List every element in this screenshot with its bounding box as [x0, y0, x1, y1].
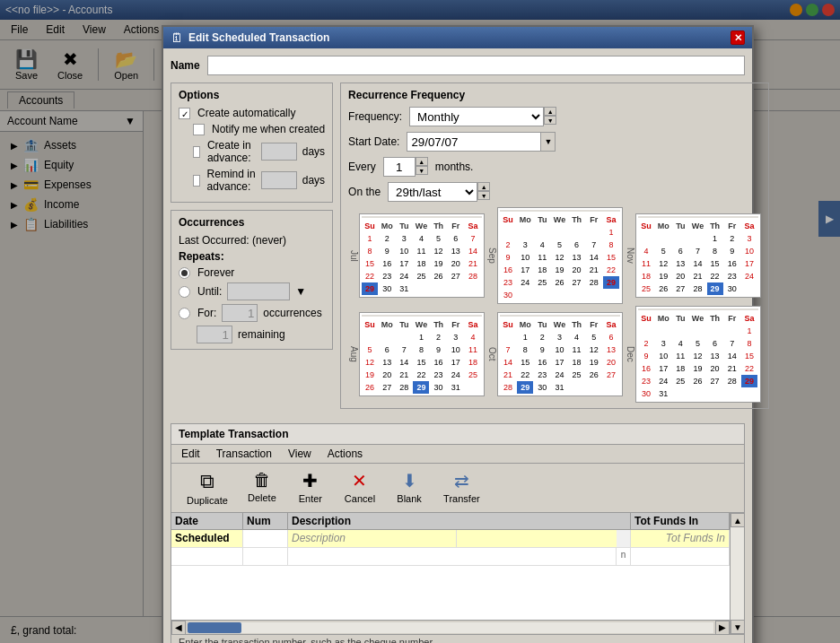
- cal-day[interactable]: 31: [448, 381, 464, 394]
- num-input[interactable]: [247, 532, 284, 545]
- create-auto-checkbox[interactable]: [179, 108, 190, 119]
- cell-num[interactable]: [243, 530, 288, 547]
- until-date-input[interactable]: [227, 282, 290, 300]
- start-date-input[interactable]: [407, 132, 541, 152]
- cal-day[interactable]: 21: [586, 264, 602, 276]
- cal-day[interactable]: 9: [724, 245, 740, 257]
- cal-day[interactable]: 29: [741, 375, 757, 387]
- cal-day[interactable]: 8: [413, 343, 429, 356]
- onthe-select[interactable]: 29th/last 1st 2nd 3rd 28th last: [388, 182, 477, 202]
- cal-day[interactable]: 16: [379, 257, 395, 270]
- cal-day[interactable]: 12: [586, 343, 602, 356]
- remind-advance-checkbox[interactable]: [193, 175, 200, 187]
- cal-day[interactable]: [551, 289, 567, 301]
- cal-day[interactable]: 29: [603, 276, 619, 289]
- for-input[interactable]: [222, 304, 258, 322]
- cal-day[interactable]: 13: [672, 257, 688, 270]
- cal-day[interactable]: 27: [707, 375, 723, 387]
- cal-day[interactable]: 27: [569, 276, 585, 289]
- cal-day[interactable]: 12: [655, 257, 671, 270]
- cal-day[interactable]: 25: [672, 375, 688, 387]
- vscrollbar[interactable]: ▲ ▼: [730, 513, 744, 634]
- cal-day[interactable]: 9: [534, 343, 550, 356]
- create-advance-checkbox[interactable]: [193, 146, 200, 158]
- vscroll-down-btn[interactable]: ▼: [731, 620, 745, 634]
- cal-day[interactable]: 17: [741, 257, 757, 270]
- cal-day[interactable]: 16: [638, 362, 654, 375]
- cal-day[interactable]: 6: [379, 343, 395, 356]
- blank-button[interactable]: ⬇ Blank: [387, 467, 432, 508]
- cal-day[interactable]: [569, 289, 585, 301]
- remaining-input[interactable]: [197, 326, 232, 343]
- cal-day[interactable]: 23: [638, 375, 654, 387]
- cal-day[interactable]: 22: [741, 362, 757, 375]
- cal-day[interactable]: 23: [431, 369, 447, 381]
- delete-button[interactable]: 🗑 Delete: [240, 467, 284, 508]
- cal-day[interactable]: 17: [655, 362, 671, 375]
- cal-day[interactable]: 28: [689, 282, 705, 295]
- cal-day[interactable]: 28: [500, 381, 516, 394]
- cal-day[interactable]: 15: [603, 251, 619, 264]
- cal-day[interactable]: [603, 289, 619, 301]
- cal-day[interactable]: [707, 387, 723, 400]
- for-radio[interactable]: [179, 308, 190, 319]
- cal-day[interactable]: 19: [362, 369, 378, 381]
- cal-day[interactable]: 6: [672, 245, 688, 257]
- cal-day[interactable]: [569, 381, 585, 394]
- cal-day[interactable]: 2: [724, 232, 740, 245]
- cal-day[interactable]: 4: [413, 232, 429, 245]
- cal-day[interactable]: 12: [431, 245, 447, 257]
- hscrollbar[interactable]: ◀ ▶: [171, 620, 730, 634]
- cal-day[interactable]: 6: [707, 337, 723, 350]
- cal-day[interactable]: 30: [724, 282, 740, 295]
- cal-day[interactable]: 2: [534, 331, 550, 343]
- cal-day[interactable]: [586, 381, 602, 394]
- cal-day[interactable]: 14: [689, 257, 705, 270]
- cal-day[interactable]: 1: [517, 331, 533, 343]
- cal-day[interactable]: 24: [448, 369, 464, 381]
- frequency-down-btn[interactable]: ▼: [544, 116, 556, 125]
- cal-day[interactable]: [396, 331, 412, 343]
- cal-day[interactable]: 24: [655, 375, 671, 387]
- cal-day[interactable]: 18: [569, 356, 585, 369]
- cal-day[interactable]: 19: [431, 257, 447, 270]
- notify-checkbox[interactable]: [193, 124, 205, 135]
- cal-day[interactable]: 28: [724, 375, 740, 387]
- cal-day[interactable]: [638, 325, 654, 337]
- cal-day[interactable]: 5: [362, 343, 378, 356]
- template-menu-actions[interactable]: Actions: [325, 447, 365, 461]
- cal-day[interactable]: 26: [586, 369, 602, 381]
- vscroll-track[interactable]: [731, 527, 744, 620]
- cal-day[interactable]: [465, 282, 481, 295]
- cal-day[interactable]: 15: [362, 257, 378, 270]
- cal-day[interactable]: 21: [396, 369, 412, 381]
- cal-day[interactable]: 11: [465, 343, 481, 356]
- cal-day[interactable]: 11: [534, 251, 550, 264]
- cancel-transaction-button[interactable]: ✕ Cancel: [337, 467, 383, 508]
- cal-day[interactable]: 23: [534, 369, 550, 381]
- cal-day[interactable]: 17: [517, 264, 533, 276]
- cal-day[interactable]: 15: [517, 356, 533, 369]
- cal-day[interactable]: 24: [517, 276, 533, 289]
- cal-day[interactable]: 2: [500, 239, 516, 251]
- dialog-close-button[interactable]: ✕: [731, 30, 745, 45]
- cal-day[interactable]: 11: [413, 245, 429, 257]
- cal-day[interactable]: [534, 226, 550, 239]
- cal-day[interactable]: 25: [465, 369, 481, 381]
- cal-day[interactable]: [379, 331, 395, 343]
- cal-day[interactable]: 7: [396, 343, 412, 356]
- cal-day[interactable]: [586, 289, 602, 301]
- cal-day[interactable]: [655, 232, 671, 245]
- cal-day[interactable]: 3: [741, 232, 757, 245]
- forever-radio[interactable]: [179, 267, 190, 279]
- cal-day[interactable]: 24: [741, 270, 757, 282]
- template-menu-view[interactable]: View: [285, 447, 314, 461]
- cal-day[interactable]: [672, 325, 688, 337]
- cal-day[interactable]: 23: [500, 276, 516, 289]
- cal-day[interactable]: 18: [413, 257, 429, 270]
- cal-day[interactable]: 18: [534, 264, 550, 276]
- cal-day[interactable]: 21: [724, 362, 740, 375]
- cal-day[interactable]: [500, 331, 516, 343]
- cal-day[interactable]: 21: [500, 369, 516, 381]
- cal-day[interactable]: 3: [396, 232, 412, 245]
